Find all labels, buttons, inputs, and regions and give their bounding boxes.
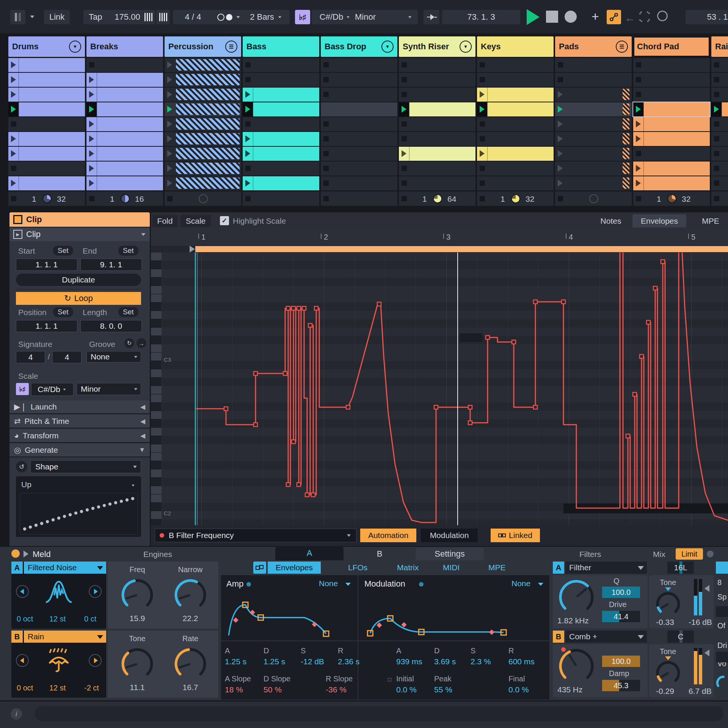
track-header-pads[interactable]: Pads☰: [555, 36, 632, 57]
clip-slot[interactable]: [165, 102, 241, 116]
limit-toggle[interactable]: Limit: [676, 548, 703, 560]
tab-notes[interactable]: Notes: [598, 214, 624, 228]
clip-slot[interactable]: [633, 176, 710, 190]
clip-slot[interactable]: [165, 147, 241, 161]
clip-section-header[interactable]: ▶ Clip: [9, 228, 150, 241]
amp-adsr-value[interactable]: 1.25 s: [264, 657, 285, 666]
track-menu-icon[interactable]: ☰: [616, 41, 628, 53]
clip-slot[interactable]: [399, 176, 475, 190]
record-button[interactable]: [565, 11, 577, 23]
octave-value[interactable]: 0 oct: [17, 684, 33, 692]
tab-matrix[interactable]: Matrix: [397, 562, 419, 574]
clip-slot[interactable]: [321, 58, 397, 72]
filter-a-slot[interactable]: 16L: [667, 562, 694, 574]
amp-adsr-value[interactable]: -12 dB: [301, 657, 324, 666]
amp-slope-value[interactable]: -36 %: [326, 685, 347, 694]
clip-launch-button[interactable]: [165, 147, 175, 161]
clip-launch-button[interactable]: [555, 117, 565, 131]
semitone-value[interactable]: 12 st: [49, 615, 66, 623]
clip-slot[interactable]: [8, 88, 85, 102]
narrow-knob[interactable]: [174, 579, 206, 611]
clip-launch-button[interactable]: [165, 102, 175, 116]
loop-start-field[interactable]: 53 . 1: [686, 10, 728, 24]
clip-slot[interactable]: [8, 147, 85, 161]
track-stop-button[interactable]: [89, 196, 94, 201]
clip-slot[interactable]: [477, 162, 554, 176]
amp-envelope-panel[interactable]: AmpNone: [221, 575, 357, 640]
clip-launch-button[interactable]: [86, 102, 97, 116]
clip-slot[interactable]: [477, 88, 554, 102]
play-button[interactable]: [527, 9, 540, 25]
clip-launch-button[interactable]: [555, 147, 565, 161]
track-stop-button[interactable]: [11, 196, 16, 201]
clip-slot[interactable]: [165, 176, 241, 190]
semitone-value[interactable]: 12 st: [49, 684, 66, 692]
clip-slot[interactable]: [711, 132, 728, 146]
shape-mode-caret[interactable]: [132, 485, 135, 486]
tone-value[interactable]: -0.29: [656, 687, 674, 696]
start-set-button[interactable]: Set: [53, 246, 73, 256]
clip-slot[interactable]: [711, 58, 728, 72]
clip-launch-button[interactable]: [86, 162, 97, 176]
amp-adsr-value[interactable]: 2.36 s: [338, 657, 359, 666]
track-stop-button[interactable]: [714, 196, 719, 201]
window-menu-caret[interactable]: [30, 16, 34, 18]
clip-slot[interactable]: [8, 162, 85, 176]
clip-launch-button[interactable]: [86, 117, 97, 131]
clip-slot[interactable]: [399, 117, 475, 131]
clip-slot[interactable]: [399, 73, 475, 87]
fold-button[interactable]: Fold: [152, 215, 177, 227]
device-title[interactable]: Meld: [33, 549, 51, 559]
follow-button[interactable]: [424, 10, 439, 24]
clip-slot[interactable]: [86, 147, 163, 161]
track-header-bass[interactable]: Bass: [243, 36, 319, 57]
clip-launch-button[interactable]: [165, 73, 175, 87]
prev-engine-icon[interactable]: [16, 585, 29, 598]
clip-position-field[interactable]: 1. 1. 1: [16, 320, 77, 332]
clip-slot[interactable]: [243, 73, 319, 87]
clip-slot[interactable]: [477, 58, 554, 72]
clip-slot[interactable]: [477, 132, 554, 146]
clip-slot[interactable]: [399, 58, 475, 72]
amp-adsr-value[interactable]: 1.25 s: [225, 657, 246, 666]
clip-slot[interactable]: [321, 132, 397, 146]
track-header-chord-pad[interactable]: Chord Pad: [633, 36, 710, 57]
duplicate-button[interactable]: Duplicate: [16, 274, 141, 286]
mod-adsr-value[interactable]: 3.69 s: [434, 657, 456, 666]
clip-slot[interactable]: [555, 117, 632, 131]
clip-slot[interactable]: [243, 88, 319, 102]
clip-scale-menu[interactable]: Minor: [77, 383, 141, 395]
clip-slot[interactable]: [555, 102, 632, 116]
clip-slot[interactable]: [86, 176, 163, 190]
filter-b-type-menu[interactable]: Comb +: [565, 631, 647, 643]
track-fold-icon[interactable]: ▼: [69, 41, 81, 53]
clip-slot[interactable]: [321, 176, 397, 190]
track-header-percussion[interactable]: Percussion☰: [165, 36, 241, 57]
nudge-up-icon[interactable]: [156, 10, 170, 24]
info-icon[interactable]: i: [11, 708, 22, 720]
clip-slot[interactable]: [8, 102, 85, 116]
clip-launch-button[interactable]: [8, 102, 19, 116]
loop-region[interactable]: [195, 246, 728, 252]
clip-slot[interactable]: [399, 88, 475, 102]
track-header-breaks[interactable]: Breaks: [86, 36, 163, 57]
amp-slope-value[interactable]: 50 %: [264, 685, 282, 694]
shape-menu[interactable]: Shape: [30, 460, 141, 473]
clip-slot[interactable]: [555, 147, 632, 161]
clip-slot[interactable]: [711, 73, 728, 87]
clip-slot[interactable]: [165, 88, 241, 102]
clip-launch-button[interactable]: [86, 88, 97, 102]
track-header-bass-drop[interactable]: Bass Drop▼: [321, 36, 397, 57]
filter-freq-value[interactable]: 1.82 kHz: [557, 616, 589, 625]
tab-midi[interactable]: MIDI: [443, 562, 460, 574]
track-fold-icon[interactable]: ▼: [460, 41, 472, 53]
filter-a-freq-knob[interactable]: [559, 580, 594, 615]
engine-type-menu[interactable]: Filtered Noise: [24, 562, 106, 574]
filter-param1-field[interactable]: 100.0: [602, 587, 640, 598]
clip-slot[interactable]: [321, 117, 397, 131]
tab-engine-a[interactable]: A: [275, 546, 344, 560]
track-header-drums[interactable]: Drums▼: [8, 36, 85, 57]
mod-extra-value[interactable]: 0.0 %: [508, 685, 529, 694]
filter-a-type-menu[interactable]: Filther: [565, 562, 647, 574]
clip-slot[interactable]: [555, 73, 632, 87]
